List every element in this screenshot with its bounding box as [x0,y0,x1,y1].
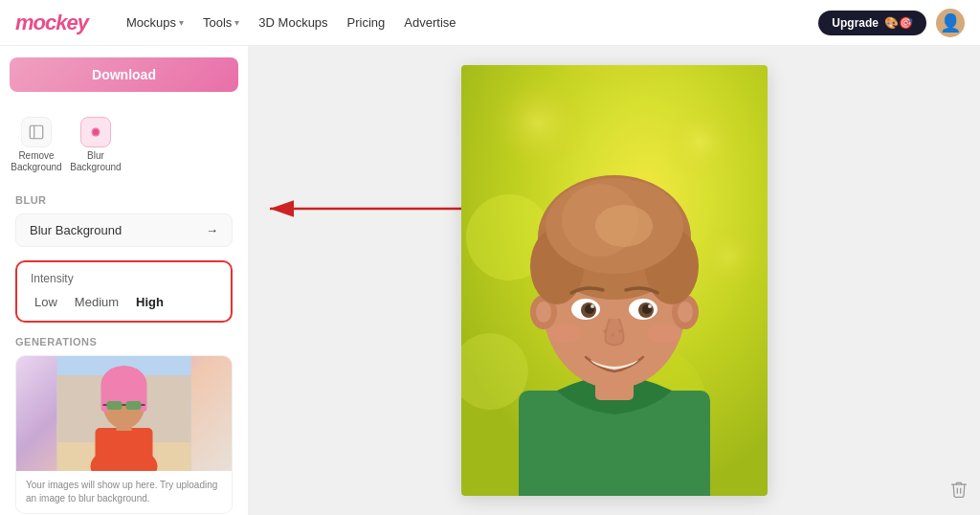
sidebar-content: BLUR Blur Background → Intensity Low Med… [0,183,248,515]
delete-icon[interactable] [949,480,969,504]
svg-rect-15 [126,401,142,410]
svg-point-50 [648,304,652,308]
intensity-medium[interactable]: Medium [71,293,122,311]
intensity-options: Low Medium High [31,293,217,311]
download-button[interactable]: Download [10,57,238,92]
mockups-chevron-icon: ▾ [179,17,184,28]
svg-point-55 [618,329,622,333]
canvas-area [249,46,980,515]
svg-point-51 [547,324,582,343]
svg-point-49 [590,304,594,308]
intensity-high[interactable]: High [132,293,167,311]
blur-section-label: BLUR [15,194,233,206]
intensity-box: Intensity Low Medium High [15,260,233,323]
remove-bg-label: Remove Background [11,150,61,173]
svg-rect-14 [107,401,122,410]
upgrade-emoji: 🎨🎯 [884,16,913,30]
generation-description-text: Your images will show up here. Try uploa… [16,471,232,513]
nav-3d-mockups[interactable]: 3D Mockups [258,15,327,30]
arrow-right-icon: → [206,223,218,237]
remove-bg-icon [21,117,52,147]
svg-point-24 [696,223,763,290]
svg-rect-0 [30,125,43,139]
remove-background-tool[interactable]: Remove Background [10,111,63,179]
sidebar-tools: Download Remove Background [0,57,248,183]
user-avatar[interactable]: 👤 [936,9,965,37]
generation-card: Your images will show up here. Try uploa… [15,355,233,514]
generations-section-label: GENERATIONS [15,336,233,347]
blur-btn-label: Blur Background [30,223,122,237]
nav-advertise[interactable]: Advertise [404,15,456,30]
logo: mockey [15,11,88,35]
svg-point-36 [678,302,693,323]
svg-point-42 [595,205,653,247]
blur-background-button[interactable]: Blur Background → [15,213,233,247]
svg-rect-8 [96,428,153,471]
intensity-low[interactable]: Low [31,293,61,311]
header-right: Upgrade 🎨🎯 👤 [818,9,965,37]
generation-preview-image [16,356,232,471]
svg-point-53 [603,329,607,333]
main-layout: Download Remove Background [0,46,980,515]
blur-bg-icon [80,117,111,147]
nav-mockups[interactable]: Mockups ▾ [126,15,184,30]
svg-point-35 [536,302,551,323]
sidebar: Download Remove Background [0,46,249,515]
tools-chevron-icon: ▾ [234,17,239,28]
nav: Mockups ▾ Tools ▾ 3D Mockups Pricing Adv… [126,15,795,30]
blur-background-tool[interactable]: Blur Background [69,111,122,179]
upgrade-button[interactable]: Upgrade 🎨🎯 [818,11,926,35]
blur-bg-label: Blur Background [70,150,121,173]
intensity-label: Intensity [31,272,217,285]
nav-tools[interactable]: Tools ▾ [203,15,239,30]
header: mockey Mockups ▾ Tools ▾ 3D Mockups Pric… [0,0,980,46]
svg-point-3 [93,129,99,135]
nav-pricing[interactable]: Pricing [347,15,386,30]
svg-point-54 [612,334,614,337]
main-preview-image [461,65,768,496]
svg-point-52 [647,324,681,343]
